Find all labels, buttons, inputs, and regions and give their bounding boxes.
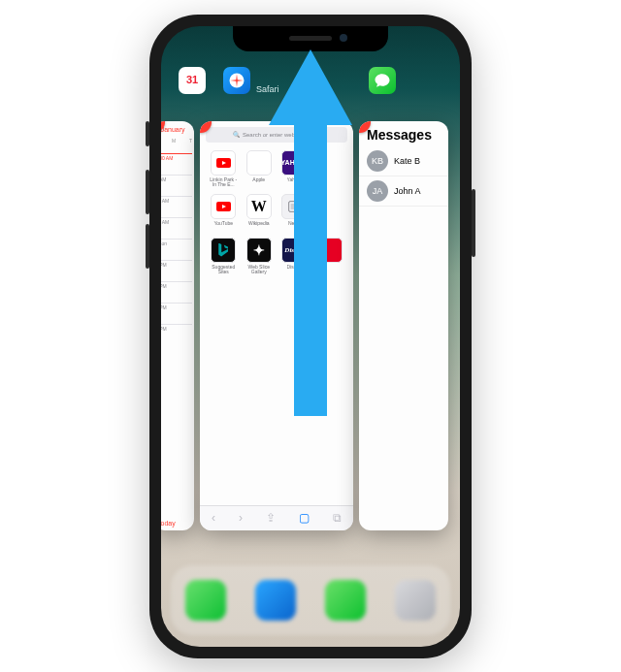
favorite-label: News [288, 221, 301, 232]
apple-icon [246, 150, 272, 176]
calendar-daynum-row: 31 [161, 145, 192, 151]
message-thread[interactable]: KBKate B [359, 146, 448, 176]
calendar-app-icon: 31 [179, 67, 206, 94]
dock-app-1 [185, 580, 226, 621]
calendar-hour-row: Noon [161, 239, 192, 260]
youtube-icon [211, 194, 236, 219]
messages-title: Messages [359, 121, 448, 146]
favorite-disney[interactable]: DisneyDisney [278, 238, 310, 275]
iphone-frame: 31 Safari ‹ January [149, 15, 472, 658]
calendar-body: S M T 31 8:00 AM 9 AM 10 AM 11 AM Noon 1… [161, 138, 194, 345]
screen: 31 Safari ‹ January [161, 26, 460, 647]
favorite-pinterest[interactable] [314, 238, 346, 275]
calendar-hour-row: 10 AM [161, 196, 192, 217]
pinterest-icon [317, 238, 343, 263]
safari-favorites-grid: Linkin Park - In The E...AppleYAHOO!Yaho… [200, 148, 353, 277]
display-notch [233, 26, 388, 51]
favorite-bing[interactable]: Suggested Sites [208, 238, 240, 275]
favorite-label: Suggested Sites [208, 265, 239, 275]
favorite-yahoo[interactable]: YAHOO!Yahoo! [278, 150, 310, 188]
messages-list: KBKate BJAJohn A [359, 146, 448, 207]
dock-app-2 [255, 580, 296, 621]
favorite-blank [314, 150, 346, 188]
search-icon: 🔍 [233, 131, 240, 138]
bookmarks-icon[interactable]: ▢ [299, 511, 310, 525]
calendar-back-label: January [161, 126, 185, 133]
app-switcher[interactable]: ‹ January S M T 31 8:00 AM 9 AM 10 AM 11 [161, 121, 460, 530]
mute-switch[interactable] [146, 121, 149, 146]
avatar: KB [367, 150, 388, 172]
dock [171, 565, 450, 635]
favorite-youtube[interactable]: Linkin Park - In The E... [208, 150, 240, 188]
favorite-label: Disney [287, 265, 302, 275]
yahoo-icon: YAHOO! [281, 150, 307, 176]
disney-icon: Disney [281, 238, 307, 263]
dock-app-3 [325, 580, 366, 621]
favorite-label: Linkin Park - In The E... [208, 177, 239, 188]
favorite-blank [314, 194, 346, 232]
bing-icon [211, 238, 236, 263]
calendar-hour-row: 2 PM [161, 281, 192, 303]
share-icon[interactable]: ⇪ [266, 511, 276, 525]
side-power-button[interactable] [472, 189, 475, 257]
favorite-apple[interactable]: Apple [244, 150, 276, 188]
gallery-icon: ✦ [246, 238, 272, 263]
favorite-gallery[interactable]: ✦Web Slice Gallery [244, 238, 276, 275]
home-icons-row: 31 Safari [161, 67, 460, 94]
calendar-weekday-row: S M T [161, 138, 192, 144]
safari-toolbar: ‹ › ⇪ ▢ ⧉ [200, 505, 353, 530]
calendar-today-button[interactable]: Today [161, 520, 176, 527]
messages-app-icon [369, 67, 396, 94]
calendar-icon-day: 31 [186, 75, 198, 85]
calendar-hour-row: 9 AM [161, 175, 192, 196]
safari-app-icon [223, 67, 250, 94]
tabs-icon[interactable]: ⧉ [333, 511, 342, 525]
calendar-hour-row: 1 PM [161, 260, 192, 281]
back-icon[interactable]: ‹ [212, 511, 215, 525]
favorite-label: YouTube [213, 221, 233, 232]
forward-icon[interactable]: › [239, 511, 243, 525]
news-icon [281, 194, 307, 219]
message-thread[interactable]: JAJohn A [359, 176, 448, 207]
calendar-now-line: 8:00 AM [161, 153, 192, 175]
app-card-safari[interactable]: 🔍 Search or enter website name Linkin Pa… [200, 121, 353, 530]
wikipedia-icon: W [246, 194, 272, 219]
calendar-hour-row: 11 AM [161, 217, 192, 239]
favorite-label: Apple [252, 177, 265, 188]
address-placeholder: Search or enter website name [243, 132, 320, 138]
contact-name: Kate B [394, 156, 420, 166]
safari-label: Safari [256, 84, 279, 94]
favorite-label: Web Slice Gallery [244, 265, 275, 275]
earpiece-speaker [289, 36, 332, 41]
favorite-youtube[interactable]: YouTube [208, 194, 240, 232]
favorite-label: Wikipedia [248, 221, 270, 232]
calendar-header[interactable]: ‹ January [161, 121, 194, 138]
youtube-icon [211, 150, 236, 176]
avatar: JA [367, 180, 388, 202]
safari-address-bar[interactable]: 🔍 Search or enter website name [206, 127, 347, 143]
calendar-hour-row: 3 PM [161, 303, 192, 324]
favorite-label: Yahoo! [287, 177, 302, 188]
favorite-news[interactable]: News [278, 194, 310, 232]
volume-up-button[interactable] [146, 170, 149, 214]
volume-down-button[interactable] [146, 224, 149, 269]
calendar-hour-row: 4 PM [161, 324, 192, 345]
contact-name: John A [394, 186, 421, 196]
app-card-messages[interactable]: Messages KBKate BJAJohn A [359, 121, 448, 530]
favorite-wikipedia[interactable]: WWikipedia [244, 194, 276, 232]
front-camera [340, 34, 347, 42]
compass-icon [228, 72, 245, 89]
app-card-calendar[interactable]: ‹ January S M T 31 8:00 AM 9 AM 10 AM 11 [161, 121, 194, 530]
dock-app-4 [395, 580, 436, 621]
speech-bubble-icon [374, 72, 391, 89]
